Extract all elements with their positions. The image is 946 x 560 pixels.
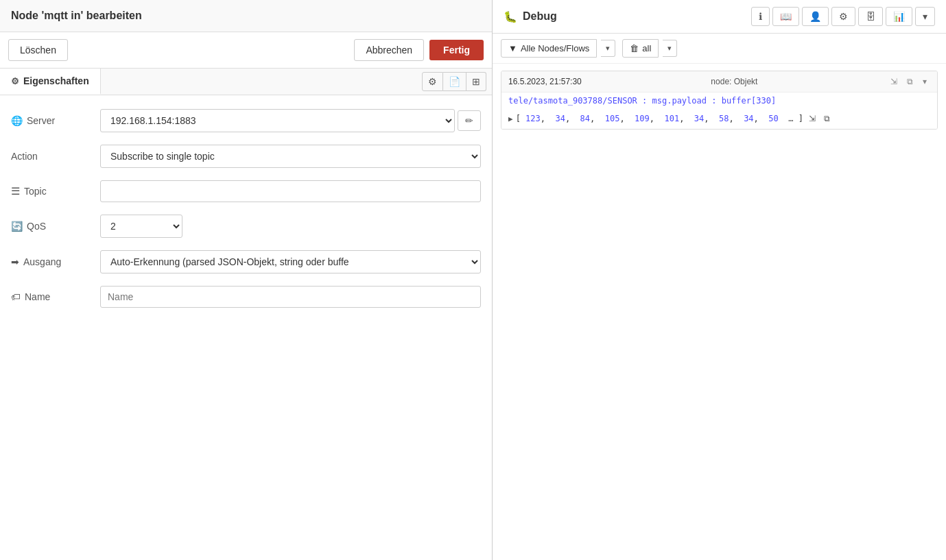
tab-search-input[interactable] (101, 71, 416, 93)
action-input-wrap: Subscribe to single topic Subscribe to d… (100, 145, 481, 168)
server-label: 🌐 Server (11, 115, 100, 126)
output-row: ➡ Ausgang Auto-Erkennung (parsed JSON-Ob… (11, 250, 481, 273)
debug-entry-path: tele/tasmota_903788/SENSOR : msg.payload… (501, 93, 937, 108)
debug-entry: 16.5.2023, 21:57:30 node: Objekt ⇲ ⧉ ▾ t… (501, 71, 938, 130)
properties-tab-label: Eigenschaften (23, 75, 89, 86)
debug-array-toggle: ▶ [ 123, 34, 84, 105, 109, 101, 34, 58, … (508, 112, 930, 125)
description-icon-btn[interactable]: 📄 (443, 72, 466, 91)
settings-icon-btn2[interactable]: ⚙ (831, 7, 855, 26)
debug-node: node: Objekt (711, 77, 757, 86)
tab-action-icons: ⚙ 📄 ⊞ (416, 72, 492, 91)
debug-title: 🐛 Debug (504, 10, 746, 23)
globe-icon: 🌐 (11, 115, 23, 126)
action-select[interactable]: Subscribe to single topic Subscribe to d… (100, 145, 481, 168)
topic-row: ☰ Topic tele/tasmota_903788/SENSOR (11, 180, 481, 202)
filter-icon: ▼ (508, 43, 517, 53)
debug-entry-body: ▶ [ 123, 34, 84, 105, 109, 101, 34, 58, … (501, 108, 937, 129)
form-body: 🌐 Server 192.168.1.154:1883 ✏ Action Sub… (0, 95, 492, 560)
page-title: Node 'mqtt in' bearbeiten (0, 0, 492, 32)
header-icons: ℹ 📖 👤 ⚙ 🗄 📊 ▾ (751, 7, 935, 26)
filter-button[interactable]: ▼ Alle Nodes/Flows (501, 39, 597, 58)
props-bar: ⚙ Eigenschaften ⚙ 📄 ⊞ (0, 69, 492, 95)
output-label: ➡ Ausgang (11, 256, 100, 267)
layout-icon-btn[interactable]: ⊞ (466, 72, 486, 91)
left-panel: Node 'mqtt in' bearbeiten Löschen Abbrec… (0, 0, 493, 560)
debug-entry-actions: ⇲ ⧉ ▾ (887, 75, 930, 88)
cancel-button[interactable]: Abbrechen (354, 39, 424, 61)
delete-button[interactable]: Löschen (8, 39, 68, 61)
toolbar: Löschen Abbrechen Fertig (0, 32, 492, 69)
name-input-wrap (100, 286, 481, 308)
debug-header: 🐛 Debug ℹ 📖 👤 ⚙ 🗄 📊 ▾ (493, 0, 946, 34)
chevron-icon-btn[interactable]: ▾ (915, 7, 935, 26)
action-label: Action (11, 151, 100, 162)
nodes-icon-btn[interactable]: 👤 (802, 7, 829, 26)
debug-toolbar: ▼ Alle Nodes/Flows ▾ 🗑 all ▾ (493, 34, 946, 64)
server-input-wrap: 192.168.1.154:1883 ✏ (100, 109, 481, 132)
server-select[interactable]: 192.168.1.154:1883 (100, 109, 455, 132)
debug-content: 16.5.2023, 21:57:30 node: Objekt ⇲ ⧉ ▾ t… (493, 64, 946, 560)
right-panel: 🐛 Debug ℹ 📖 👤 ⚙ 🗄 📊 ▾ ▼ Alle Nodes/Flows… (493, 0, 946, 560)
server-row: 🌐 Server 192.168.1.154:1883 ✏ (11, 109, 481, 132)
clear-chevron-button[interactable]: ▾ (663, 40, 677, 57)
debug-array-expand-btn[interactable]: ⇲ (806, 112, 818, 125)
arrow-right-icon: ➡ (11, 256, 19, 267)
debug-expand-btn[interactable]: ⇲ (887, 75, 901, 88)
output-input-wrap: Auto-Erkennung (parsed JSON-Objekt, stri… (100, 250, 481, 273)
refresh-icon: 🔄 (11, 221, 23, 232)
name-row: 🏷 Name (11, 286, 481, 308)
name-input[interactable] (100, 286, 481, 308)
clear-button[interactable]: 🗑 all (622, 39, 659, 58)
qos-select[interactable]: 0 1 2 (100, 215, 182, 238)
properties-tab[interactable]: ⚙ Eigenschaften (0, 69, 101, 95)
settings-icon-btn[interactable]: ⚙ (422, 72, 443, 91)
bug-icon: 🐛 (504, 10, 517, 23)
db-icon-btn[interactable]: 🗄 (858, 7, 883, 26)
tag-icon: 🏷 (11, 291, 21, 302)
qos-label: 🔄 QoS (11, 221, 100, 232)
output-select[interactable]: Auto-Erkennung (parsed JSON-Objekt, stri… (100, 250, 481, 273)
topic-input[interactable]: tele/tasmota_903788/SENSOR (100, 180, 481, 202)
toggle-arrow[interactable]: ▶ (508, 114, 513, 123)
debug-copy-btn[interactable]: ⧉ (903, 75, 917, 88)
qos-input-wrap: 0 1 2 (100, 215, 481, 238)
topic-label: ☰ Topic (11, 185, 100, 197)
chart-icon-btn[interactable]: 📊 (886, 7, 912, 26)
debug-entry-header: 16.5.2023, 21:57:30 node: Objekt ⇲ ⧉ ▾ (501, 71, 937, 93)
topic-input-wrap: tele/tasmota_903788/SENSOR (100, 180, 481, 202)
debug-chevron-btn[interactable]: ▾ (919, 75, 930, 88)
debug-path-link[interactable]: tele/tasmota_903788/SENSOR : msg.payload… (508, 96, 776, 106)
page-title-text: Node 'mqtt in' bearbeiten (11, 10, 142, 21)
server-edit-button[interactable]: ✏ (458, 110, 481, 131)
done-button[interactable]: Fertig (429, 40, 484, 60)
info-icon-btn[interactable]: ℹ (751, 7, 770, 26)
gear-icon: ⚙ (11, 76, 19, 86)
list-icon: ☰ (11, 185, 20, 197)
debug-array-copy-btn[interactable]: ⧉ (821, 112, 833, 125)
debug-timestamp: 16.5.2023, 21:57:30 (508, 77, 582, 86)
array-values: [ 123, 34, 84, 105, 109, 101, 34, 58, 34… (516, 114, 803, 123)
name-label: 🏷 Name (11, 291, 100, 302)
book-icon-btn[interactable]: 📖 (772, 7, 799, 26)
action-row: Action Subscribe to single topic Subscri… (11, 145, 481, 168)
filter-chevron-button[interactable]: ▾ (601, 40, 615, 57)
trash-icon: 🗑 (630, 43, 639, 53)
qos-row: 🔄 QoS 0 1 2 (11, 215, 481, 238)
